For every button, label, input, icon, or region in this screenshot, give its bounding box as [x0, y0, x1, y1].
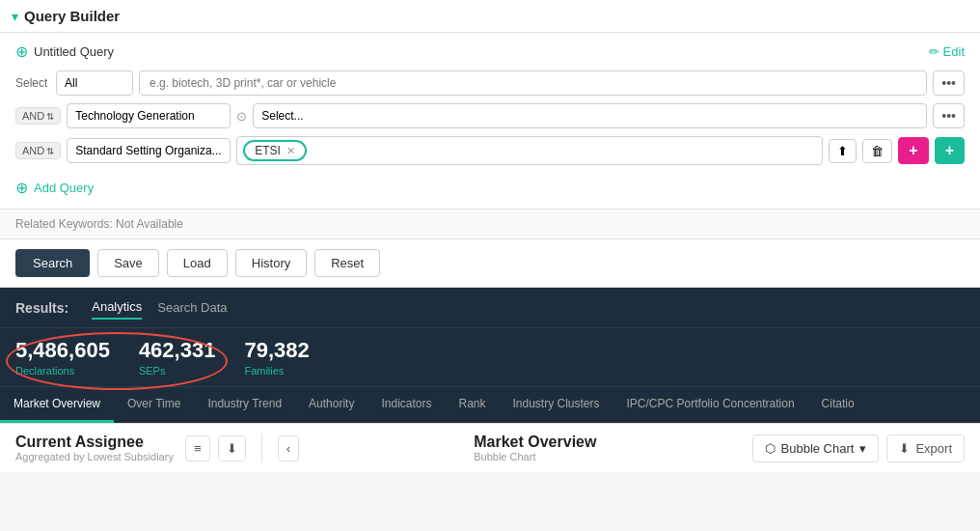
footer-left-group: Current Assignee Aggregated by Lowest Su…	[15, 433, 299, 462]
row3-add-teal-button[interactable]: +	[935, 137, 965, 164]
seps-value: 462,331	[139, 338, 216, 363]
etsi-tag: ETSI ✕	[243, 140, 307, 161]
history-button[interactable]: History	[235, 249, 307, 277]
footer-market-overview-sub: Bubble Chart	[474, 451, 535, 462]
row2-field-icon: ⊙	[236, 109, 247, 124]
bottom-tab-market-overview[interactable]: Market Overview	[0, 387, 114, 423]
and-label-2: AND	[22, 110, 44, 122]
prev-arrow-button[interactable]: ‹	[278, 435, 299, 461]
footer-center-icons: ≡ ⬇	[185, 435, 246, 461]
untitled-label: ⊕ Untitled Query	[15, 42, 114, 61]
declarations-label: Declarations	[15, 365, 110, 377]
footer-market-overview-title: Market Overview	[474, 433, 596, 451]
row2-more-button[interactable]: •••	[933, 103, 965, 128]
untitled-query-text: Untitled Query	[34, 44, 114, 59]
families-label: Families	[244, 365, 309, 377]
query-row-3: AND ⇅ Standard Setting Organiza... ETSI …	[15, 136, 965, 165]
and-badge-3[interactable]: AND ⇅	[15, 142, 61, 159]
and-sort-icon: ⇅	[46, 111, 54, 122]
stat-families: 79,382 Families	[244, 338, 309, 377]
green-circle-icon: ⊕	[15, 42, 28, 61]
select-all-dropdown[interactable]: All	[56, 70, 133, 96]
row2-field-select[interactable]: Technology Generation	[67, 103, 231, 128]
query-section: ⊕ Untitled Query ✏ Edit Select All ••• A…	[0, 33, 980, 210]
edit-label: Edit	[943, 44, 965, 59]
stats-items: 5,486,605 Declarations 462,331 SEPs 79,3…	[15, 338, 310, 377]
bottom-tab-ipc-cpc[interactable]: IPC/CPC Portfolio Concentration	[613, 387, 808, 423]
footer-right-section: Market Overview Bubble Chart	[474, 433, 596, 462]
tab-search-data[interactable]: Search Data	[157, 296, 227, 319]
export-down-icon: ⬇	[899, 441, 910, 456]
page-title: Query Builder	[24, 8, 120, 24]
edit-button[interactable]: ✏ Edit	[929, 44, 965, 59]
footer-divider	[261, 433, 262, 462]
save-button[interactable]: Save	[97, 249, 159, 277]
related-keywords-row: Related Keywords: Not Available	[0, 210, 980, 239]
query-row-2: AND ⇅ Technology Generation ⊙ Select... …	[15, 103, 965, 128]
row3-add-pink-button[interactable]: +	[898, 137, 928, 164]
footer-section: Current Assignee Aggregated by Lowest Su…	[0, 423, 980, 472]
bottom-tab-citation[interactable]: Citatio	[808, 387, 868, 423]
reset-button[interactable]: Reset	[314, 249, 380, 277]
query-builder-header: ▾ Query Builder	[0, 0, 980, 33]
footer-current-assignee-sub: Aggregated by Lowest Subsidiary	[15, 451, 174, 462]
tab-analytics[interactable]: Analytics	[92, 295, 142, 320]
row3-field-select[interactable]: Standard Setting Organiza...	[67, 138, 231, 163]
action-buttons-row: Search Save Load History Reset	[0, 239, 980, 288]
and-sort-icon-3: ⇅	[46, 146, 54, 156]
search-text-input[interactable]	[139, 70, 927, 96]
footer-actions: ⬡ Bubble Chart ▾ ⬇ Export	[752, 434, 965, 462]
bottom-tab-industry-clusters[interactable]: Industry Clusters	[500, 387, 613, 423]
row3-delete-button[interactable]: 🗑	[862, 139, 892, 163]
and-badge-2[interactable]: AND ⇅	[15, 107, 61, 125]
row2-value-select[interactable]: Select...	[253, 103, 927, 128]
load-button[interactable]: Load	[167, 249, 228, 277]
bottom-tab-industry-trend[interactable]: Industry Trend	[194, 387, 295, 423]
stats-row: 5,486,605 Declarations 462,331 SEPs 79,3…	[0, 328, 980, 386]
edit-icon: ✏	[929, 44, 939, 59]
add-query-label: Add Query	[34, 181, 94, 195]
bubble-chart-button[interactable]: ⬡ Bubble Chart ▾	[752, 434, 880, 462]
download-icon-button[interactable]: ⬇	[218, 435, 246, 461]
export-label: Export	[915, 441, 952, 456]
stat-declarations: 5,486,605 Declarations	[15, 338, 110, 377]
bottom-tab-authority[interactable]: Authority	[295, 387, 368, 423]
bubble-chart-label: Bubble Chart	[781, 441, 855, 456]
declarations-value: 5,486,605	[15, 338, 110, 363]
results-header: Results: Analytics Search Data	[0, 288, 980, 328]
footer-left: Current Assignee Aggregated by Lowest Su…	[15, 433, 174, 462]
stat-seps: 462,331 SEPs	[139, 338, 216, 377]
row3-save-button[interactable]: ⬆	[829, 139, 857, 163]
bottom-tab-rank[interactable]: Rank	[445, 387, 499, 423]
filter-icon-button[interactable]: ≡	[185, 435, 210, 461]
results-section: Results: Analytics Search Data 5,486,605…	[0, 288, 980, 423]
select-label: Select	[15, 76, 50, 90]
search-button[interactable]: Search	[15, 249, 90, 277]
results-label: Results:	[15, 300, 68, 316]
etsi-value: ETSI	[255, 144, 281, 157]
stats-container: 5,486,605 Declarations 462,331 SEPs 79,3…	[15, 338, 310, 377]
export-button[interactable]: ⬇ Export	[886, 434, 965, 462]
add-query-row[interactable]: ⊕ Add Query	[15, 173, 965, 199]
add-query-icon: ⊕	[15, 179, 28, 197]
families-value: 79,382	[244, 338, 309, 363]
row1-more-button[interactable]: •••	[933, 70, 965, 96]
row3-value-container: ETSI ✕	[236, 136, 823, 165]
bottom-tab-indicators[interactable]: Indicators	[368, 387, 445, 423]
chevron-icon[interactable]: ▾	[12, 9, 18, 24]
bottom-tab-over-time[interactable]: Over Time	[114, 387, 194, 423]
related-keywords-label: Related Keywords:	[15, 217, 113, 231]
seps-label: SEPs	[139, 365, 216, 377]
untitled-row: ⊕ Untitled Query ✏ Edit	[15, 42, 965, 61]
related-keywords-value: Not Available	[116, 217, 183, 231]
bottom-tabs: Market OverviewOver TimeIndustry TrendAu…	[0, 386, 980, 423]
and-label-3: AND	[22, 145, 44, 156]
etsi-close-icon[interactable]: ✕	[286, 145, 295, 157]
footer-current-assignee-title: Current Assignee	[15, 433, 174, 451]
query-row-1: Select All •••	[15, 70, 965, 96]
bubble-dropdown-icon: ▾	[859, 441, 866, 456]
bubble-icon: ⬡	[765, 441, 776, 456]
